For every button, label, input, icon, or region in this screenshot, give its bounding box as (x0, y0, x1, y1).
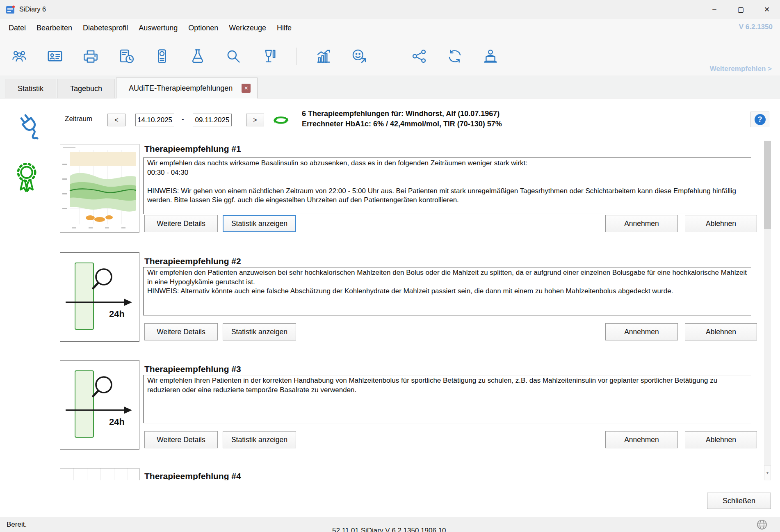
decline-button[interactable]: Ablehnen (685, 323, 757, 340)
card-title: Therapieempfehlung #2 (144, 256, 241, 266)
lab-values-button[interactable] (189, 48, 206, 65)
next-period-button[interactable]: > (246, 114, 264, 126)
thumbnail-24h-label: 24h (109, 309, 125, 319)
recommendation-summary: 6 Therapieempfehlungen für: Windhorst, A… (302, 109, 502, 129)
daily-24h-thumbnail: 24h (60, 252, 139, 342)
patient-profile-button[interactable] (46, 48, 64, 65)
details-button[interactable]: Weitere Details (144, 323, 218, 340)
show-statistics-button[interactable]: Statistik anzeigen (223, 431, 296, 448)
patients-button[interactable] (11, 48, 28, 65)
telemedicine-button[interactable] (482, 48, 499, 65)
summary-line-1: 6 Therapieempfehlungen für: Windhorst, A… (302, 109, 502, 119)
card-title: Therapieempfehlung #1 (144, 144, 241, 154)
refresh-icon (271, 113, 290, 127)
lab-flask-icon (189, 48, 206, 64)
sidiary-window: SiDiary 6 – ▢ ✕ Datei Bearbeiten Diabete… (0, 0, 780, 532)
menubar: Datei Bearbeiten Diabetesprofil Auswertu… (0, 19, 780, 37)
decline-button[interactable]: Ablehnen (685, 215, 757, 232)
tab-statistik[interactable]: Statistik (5, 79, 56, 98)
tab-bar: Statistik Tagebuch AUdiTE-Therapieempfeh… (0, 75, 780, 98)
card-title: Therapieempfehlung #4 (144, 471, 241, 480)
statistics-icon (315, 48, 332, 64)
smiley-arrow-icon (351, 48, 367, 64)
clipped-thumbnail (60, 468, 139, 480)
device-time-button[interactable] (118, 48, 135, 65)
app-icon (6, 5, 15, 14)
details-button[interactable]: Weitere Details (144, 215, 218, 232)
sync-button[interactable] (446, 48, 463, 65)
scrollbar-down-button[interactable]: ▼ (764, 465, 771, 480)
close-dialog-button[interactable]: Schließen (707, 493, 771, 509)
previous-period-button[interactable]: < (107, 114, 125, 126)
scrollbar-thumb[interactable] (764, 141, 771, 229)
decline-button[interactable]: Ablehnen (685, 431, 757, 448)
doctor-laptop-icon (482, 48, 499, 64)
date-from-input[interactable] (135, 114, 174, 126)
meter-clock-icon (118, 48, 135, 64)
menu-item-auswertung[interactable]: Auswertung (133, 19, 183, 37)
card-title: Therapieempfehlung #3 (144, 364, 241, 374)
chevron-down-icon: ▼ (766, 471, 769, 475)
status-text: Bereit. (7, 521, 27, 529)
period-label: Zeitraum (65, 115, 92, 123)
menu-item-werkzeuge[interactable]: Werkzeuge (224, 19, 271, 37)
help-button[interactable]: ? (750, 112, 769, 127)
summary-line-2: Errechneter HbA1c: 6% / 42,4mmol/mol, Ti… (302, 119, 502, 129)
glass-icon (261, 48, 277, 64)
content-area: Zeitraum < - > 6 Therapieempfehlungen fü… (0, 98, 780, 517)
device-button[interactable] (153, 48, 171, 65)
date-range-separator: - (182, 115, 184, 123)
users-icon (11, 48, 27, 64)
sync-arrows-icon (447, 48, 463, 64)
window-title: SiDiary 6 (19, 6, 46, 13)
recommendation-text: Wir empfehlen Ihren Patienten in der kor… (143, 375, 751, 423)
share-button[interactable] (411, 48, 428, 65)
maximize-button[interactable]: ▢ (728, 0, 754, 19)
menu-item-diabetesprofil[interactable]: Diabetesprofil (78, 19, 133, 37)
recommendation-list: Therapieempfehlung #1 Wir empfehlen das … (0, 141, 780, 480)
menu-item-bearbeiten[interactable]: Bearbeiten (31, 19, 78, 37)
tab-close-button[interactable]: ✕ (242, 84, 251, 93)
recommendation-card-2: 24h Therapieempfehlung #2 Wir empfehlen … (60, 252, 757, 342)
show-statistics-button[interactable]: Statistik anzeigen (223, 323, 296, 340)
menu-item-datei[interactable]: Datei (3, 19, 31, 37)
statusbar: Bereit. 52 11 01 SiDiary V 6.2.1350 1906… (0, 517, 780, 532)
agp-chart-thumbnail (60, 144, 139, 233)
titlebar: SiDiary 6 – ▢ ✕ (0, 0, 780, 19)
details-button[interactable]: Weitere Details (144, 431, 218, 448)
accept-button[interactable]: Annehmen (605, 431, 678, 448)
close-icon: ✕ (244, 85, 248, 91)
search-button[interactable] (225, 48, 242, 65)
feedback-button[interactable] (351, 48, 368, 65)
recommendation-card-4: Therapieempfehlung #4 (60, 468, 757, 480)
accept-button[interactable]: Annehmen (605, 323, 678, 340)
show-statistics-button[interactable]: Statistik anzeigen (223, 215, 296, 232)
tab-tagebuch[interactable]: Tagebuch (57, 79, 115, 98)
tab-audite-therapieempfehlungen[interactable]: AUdiTE-Therapieempfehlungen ✕ (116, 78, 258, 98)
drink-button[interactable] (260, 48, 278, 65)
toolbar: Weiterempfehlen > (0, 37, 780, 75)
accept-button[interactable]: Annehmen (605, 215, 678, 232)
date-to-input[interactable] (193, 114, 232, 126)
minimize-button[interactable]: – (701, 0, 728, 19)
help-icon: ? (755, 114, 766, 125)
window-controls: – ▢ ✕ (701, 0, 780, 19)
menu-item-optionen[interactable]: Optionen (183, 19, 224, 37)
connection-plug-icon[interactable] (11, 108, 48, 141)
print-button[interactable] (82, 48, 99, 65)
menu-item-hilfe[interactable]: Hilfe (271, 19, 297, 37)
thumbnail-24h-label: 24h (109, 417, 125, 427)
share-network-icon (411, 48, 427, 64)
recommendation-text: Wir empfehlen den Patienten anzuweisen b… (143, 267, 751, 315)
version-label: V 6.2.1350 (739, 23, 773, 31)
scrollbar[interactable]: ▼ (764, 141, 771, 480)
toolbar-separator (296, 48, 296, 65)
printer-icon (82, 48, 99, 64)
recommend-link[interactable]: Weiterempfehlen > (710, 65, 772, 73)
globe-icon (756, 519, 768, 530)
refresh-button[interactable] (271, 112, 291, 128)
contact-card-icon (47, 48, 63, 64)
daily-24h-thumbnail: 24h (60, 360, 139, 450)
statistics-toolbar-button[interactable] (315, 48, 332, 65)
close-window-button[interactable]: ✕ (754, 0, 780, 19)
